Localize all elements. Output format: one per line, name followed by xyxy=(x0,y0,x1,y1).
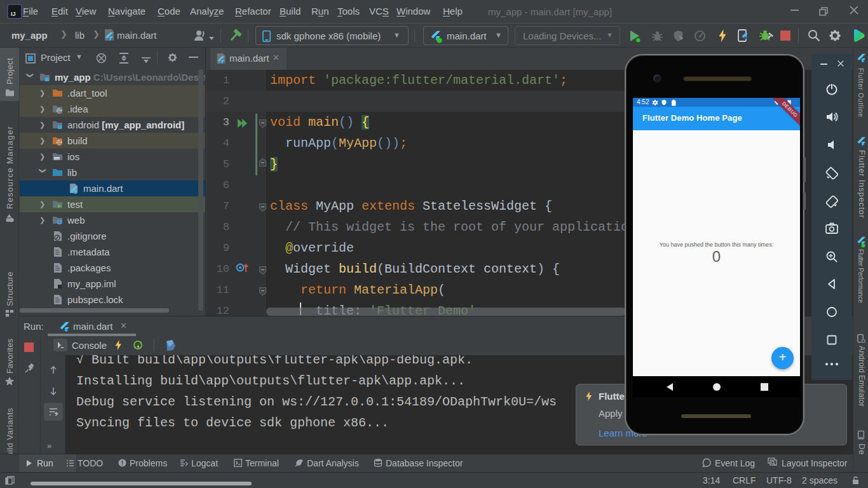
svg-text:IJ: IJ xyxy=(11,11,16,17)
